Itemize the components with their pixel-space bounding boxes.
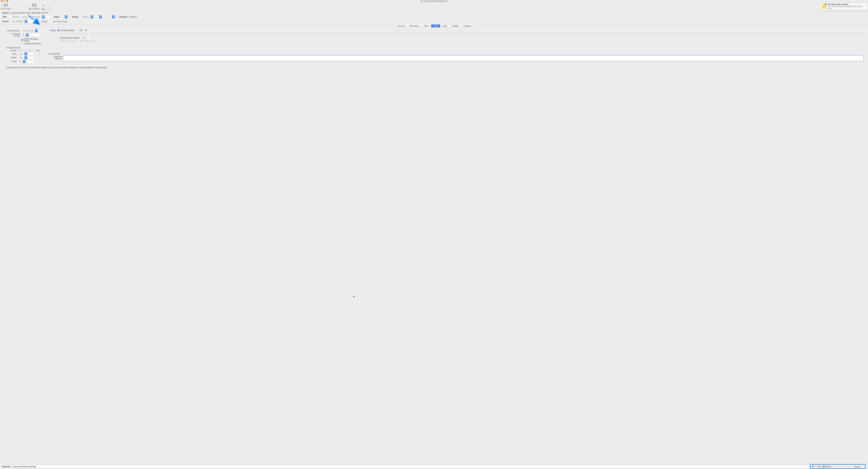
angle-label: Angle: — [54, 16, 60, 18]
title-row: Title: 1 - 00:00:03 - bounce animation f… — [0, 14, 868, 19]
chevron-updown-icon: ▲▼ — [65, 15, 67, 18]
encode-done-notification[interactable]: Put down that cocktail... Your encode bo… — [820, 2, 868, 10]
tab-filters[interactable]: Filters — [422, 25, 431, 27]
range-to-value: 1 — [108, 16, 112, 18]
constant-framerate-radio[interactable]: Constant Framerate — [21, 42, 41, 44]
video-encoder-value: H.264 (x264) — [21, 30, 35, 32]
path-separator: › — [822, 466, 823, 468]
tune-label: Tune: — [6, 53, 17, 55]
quality-label: Quality: — [50, 29, 56, 31]
browse-button[interactable]: Browse... — [852, 465, 864, 468]
encoder-preset-slider[interactable] — [18, 50, 34, 51]
peak-framerate-radio[interactable]: Peak Framerate (VFR) — [21, 38, 43, 42]
pause-button[interactable] — [48, 3, 52, 7]
svg-rect-17 — [49, 4, 50, 6]
save-as-label: Save As: — [2, 466, 10, 468]
average-bitrate-radio[interactable]: Average Bitrate (kbps): — [57, 37, 80, 39]
play-icon — [42, 4, 44, 6]
constant-framerate-label: Constant Framerate — [24, 42, 41, 44]
start-label: Start — [41, 8, 45, 10]
additional-options-label: Additional Options: — [46, 56, 62, 60]
to-label: To: — [812, 466, 814, 468]
title-label: Title: — [2, 16, 7, 18]
average-bitrate-field[interactable] — [81, 36, 90, 39]
home-icon: ⌂ — [816, 466, 817, 468]
range-dash: – — [105, 16, 106, 18]
svg-rect-12 — [35, 4, 36, 4]
video-encoder-label: Video Encoder: — [6, 30, 20, 32]
title-dropdown[interactable]: 1 - 00:00:03 - bounce animation final ▲▼ — [8, 15, 51, 19]
x264-unparse-output: x264 Unparse: level=4.0:ref=2:8x8dct=0:w… — [6, 66, 864, 68]
chevron-updown-icon: ▲▼ — [99, 15, 102, 18]
chevron-updown-icon: ▲▼ — [112, 15, 115, 18]
folder-icon: ▇ — [823, 465, 825, 468]
queue-icon — [32, 3, 36, 7]
svg-rect-5 — [7, 5, 8, 5]
fps-dropdown[interactable]: 30 ▲▼ — [21, 33, 40, 37]
range-to-dropdown[interactable]: 1 ▲▼ — [108, 15, 116, 19]
fast-decode-checkbox[interactable]: Fast Decode — [46, 53, 60, 55]
chevron-updown-icon: ▲▼ — [23, 60, 26, 63]
profile-label: Profile: — [6, 57, 17, 59]
bottom-bar: Save As: To: ⌂ Cam › ▇ Movies Browse... — [0, 464, 868, 469]
chevron-updown-icon: ▲▼ — [25, 20, 27, 23]
chevron-updown-icon: ▲▼ — [26, 34, 29, 36]
level-label: Level: — [6, 60, 17, 62]
chevron-updown-icon: ▲▼ — [42, 15, 45, 18]
chevron-updown-icon: ▲▼ — [25, 56, 27, 59]
preset-value: Fast 1080p30 — [10, 20, 25, 22]
video-encoder-dropdown[interactable]: H.264 (x264) ▲▼ — [21, 29, 40, 32]
film-icon — [4, 3, 8, 7]
tab-dimensions[interactable]: Dimensions — [407, 25, 422, 27]
preset-dropdown[interactable]: Fast 1080p30 ▲▼ — [10, 20, 38, 23]
pause-label: Pause — [47, 8, 52, 10]
rf-label: RF: — [80, 29, 83, 31]
cursor-icon: ➤ — [353, 295, 355, 298]
tune-value: none — [18, 53, 25, 55]
svg-rect-6 — [7, 5, 8, 6]
peak-framerate-label: Peak Framerate (VFR) — [24, 38, 43, 42]
tab-chapters[interactable]: Chapters — [461, 25, 473, 27]
add-to-queue-button[interactable] — [31, 3, 37, 7]
level-value: 4.0 — [18, 60, 23, 62]
profile-value: main — [18, 57, 25, 59]
angle-dropdown[interactable]: 1 ▲▼ — [61, 15, 69, 19]
destination-path[interactable]: ⌂ Cam › ▇ Movies — [816, 465, 831, 468]
reload-button[interactable]: Reload — [39, 20, 49, 23]
notification-subtitle: Your encode bounce animation final.mp4 i… — [828, 5, 866, 9]
tab-subtitles[interactable]: Subtitles — [450, 25, 461, 27]
save-as-field[interactable] — [11, 465, 809, 468]
constant-quality-radio[interactable]: Constant Quality — [57, 29, 74, 31]
duration-label: Duration: — [119, 16, 128, 18]
level-dropdown[interactable]: 4.0 ▲▼ — [18, 60, 34, 63]
open-source-button[interactable] — [2, 3, 9, 7]
file-proxy-icon — [421, 0, 423, 2]
add-to-queue-label: Add To Queue — [29, 8, 40, 10]
tab-audio[interactable]: Audio — [440, 25, 450, 27]
fps-value: 30 — [21, 34, 26, 36]
destination-highlight-box: To: ⌂ Cam › ▇ Movies Browse... — [810, 464, 866, 469]
range-from-dropdown[interactable]: 1 ▲▼ — [95, 15, 103, 19]
source-value: bounce animation final, 1920x1080, 30 FP… — [11, 12, 48, 14]
start-button[interactable] — [41, 3, 46, 7]
range-mode-dropdown[interactable]: Chapters ▲▼ — [80, 15, 94, 19]
save-new-preset-button[interactable]: Save New Preset... — [51, 20, 71, 23]
encoder-preset-value: fast — [36, 49, 39, 52]
tab-video[interactable]: Video — [431, 25, 440, 27]
two-pass-checkbox: 2-pass encoding — [60, 40, 77, 42]
svg-rect-7 — [5, 4, 7, 6]
tune-dropdown[interactable]: none ▲▼ — [18, 52, 34, 55]
tabbar: Summary Dimensions Filters Video Audio S… — [395, 24, 473, 27]
rf-slider[interactable] — [60, 32, 864, 35]
chevron-updown-icon: ▲▼ — [35, 29, 38, 32]
range-from-value: 1 — [96, 16, 99, 18]
profile-dropdown[interactable]: main ▲▼ — [18, 56, 34, 59]
window-title-container: bounce animation final.mp4 — [0, 0, 868, 2]
additional-options-field[interactable] — [63, 56, 864, 61]
average-bitrate-label: Average Bitrate (kbps): — [60, 37, 80, 39]
duration-value: 00:00:03 — [129, 16, 137, 18]
turbo-first-pass-checkbox: Turbo first pass — [81, 40, 96, 42]
tab-summary[interactable]: Summary — [395, 25, 407, 27]
titlebar: bounce animation final.mp4 — [0, 0, 868, 2]
two-pass-label: 2-pass encoding — [63, 40, 77, 42]
